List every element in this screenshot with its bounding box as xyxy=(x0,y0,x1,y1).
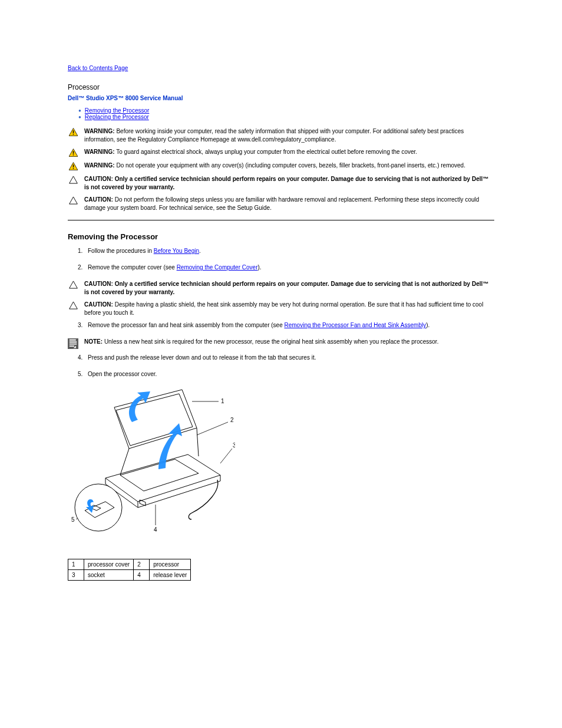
manual-title: Dell™ Studio XPS™ 8000 Service Manual xyxy=(68,95,494,101)
warning-text: WARNING: Before working inside your comp… xyxy=(84,127,494,143)
back-to-contents-link[interactable]: Back to Contents Page xyxy=(68,65,128,71)
svg-line-15 xyxy=(197,422,228,435)
part-label: socket xyxy=(84,570,134,581)
step-5: Open the processor cover. xyxy=(84,370,494,378)
processor-socket-diagram: 1 2 3 4 5 xyxy=(70,387,235,547)
svg-marker-11 xyxy=(69,281,77,288)
caution-text: CAUTION: Do not perform the following st… xyxy=(84,196,494,212)
part-label: processor cover xyxy=(84,559,134,570)
page-title: Processor xyxy=(68,83,494,91)
table-row: 3 socket 4 release lever xyxy=(68,570,191,581)
caution-icon xyxy=(68,280,78,289)
caution-text: CAUTION: Despite having a plastic shield… xyxy=(84,301,494,317)
svg-marker-10 xyxy=(69,197,77,204)
svg-point-24 xyxy=(75,484,122,531)
table-of-contents: Removing the Processor Replacing the Pro… xyxy=(68,107,494,120)
table-row: 1 processor cover 2 processor xyxy=(68,559,191,570)
section-divider xyxy=(68,220,494,220)
caution-icon xyxy=(68,196,78,205)
svg-rect-8 xyxy=(72,168,74,169)
note-text: NOTE: Unless a new heat sink is required… xyxy=(84,338,494,346)
svg-line-16 xyxy=(220,449,232,463)
parts-table: 1 processor cover 2 processor 3 socket 4… xyxy=(68,559,191,581)
note-icon xyxy=(68,338,78,349)
warning-text: WARNING: Do not operate your equipment w… xyxy=(84,162,494,170)
steps-list: Follow the procedures in Before You Begi… xyxy=(68,247,494,272)
steps-list: Press and push the release lever down an… xyxy=(68,354,494,378)
removing-cover-link[interactable]: Removing the Computer Cover xyxy=(177,264,258,271)
warning-icon xyxy=(68,162,78,170)
toc-replace-processor-link[interactable]: Replacing the Processor xyxy=(85,114,149,120)
steps-list: Remove the processor fan and heat sink a… xyxy=(68,321,494,330)
svg-marker-12 xyxy=(69,302,77,309)
step-3: Remove the processor fan and heat sink a… xyxy=(84,321,494,330)
caution-text: CAUTION: Only a certified service techni… xyxy=(84,175,494,191)
svg-marker-9 xyxy=(69,176,77,183)
svg-text:3: 3 xyxy=(233,442,235,449)
toc-remove-processor-link[interactable]: Removing the Processor xyxy=(85,107,150,114)
svg-rect-2 xyxy=(72,134,74,135)
caution-text: CAUTION: Only a certified service techni… xyxy=(84,280,494,296)
caution-icon xyxy=(68,301,78,309)
svg-rect-7 xyxy=(72,164,74,167)
svg-text:1: 1 xyxy=(221,398,224,404)
svg-rect-1 xyxy=(72,130,74,133)
warning-icon xyxy=(68,148,78,157)
part-number: 3 xyxy=(68,570,84,581)
part-label: release lever xyxy=(150,570,191,581)
svg-text:4: 4 xyxy=(154,526,157,533)
section-heading-remove-processor: Removing the Processor xyxy=(68,232,494,241)
svg-text:5: 5 xyxy=(71,516,75,523)
warning-text: WARNING: To guard against electrical sho… xyxy=(84,148,494,156)
part-number: 4 xyxy=(134,570,150,581)
warning-icon xyxy=(68,127,78,136)
svg-text:2: 2 xyxy=(230,417,234,423)
step-1: Follow the procedures in Before You Begi… xyxy=(84,247,494,255)
part-number: 1 xyxy=(68,559,84,570)
removing-fan-heatsink-link[interactable]: Removing the Processor Fan and Heat Sink… xyxy=(285,322,427,328)
step-2: Remove the computer cover (see Removing … xyxy=(84,263,494,272)
before-you-begin-link[interactable]: Before You Begin xyxy=(154,248,199,254)
svg-rect-4 xyxy=(72,151,74,154)
part-number: 2 xyxy=(134,559,150,570)
svg-rect-5 xyxy=(72,154,74,156)
step-4: Press and push the release lever down an… xyxy=(84,354,494,362)
part-label: processor xyxy=(150,559,191,570)
caution-icon xyxy=(68,175,78,184)
